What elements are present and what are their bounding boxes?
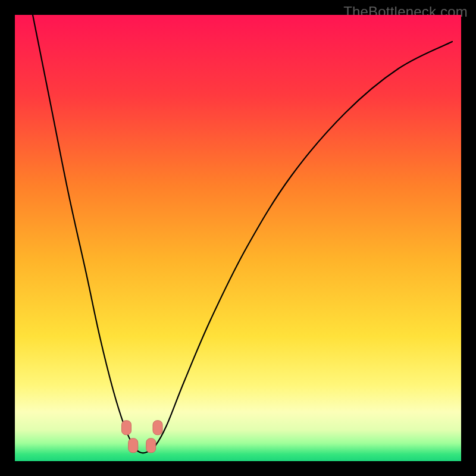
gradient-background: [15, 15, 461, 461]
chart-frame: TheBottleneck.com: [0, 0, 476, 476]
curve-marker: [129, 439, 138, 453]
curve-marker: [146, 439, 156, 453]
curve-marker: [122, 421, 131, 435]
plot-area: [15, 15, 461, 461]
curve-marker: [153, 421, 162, 435]
plot-svg: [15, 15, 461, 461]
